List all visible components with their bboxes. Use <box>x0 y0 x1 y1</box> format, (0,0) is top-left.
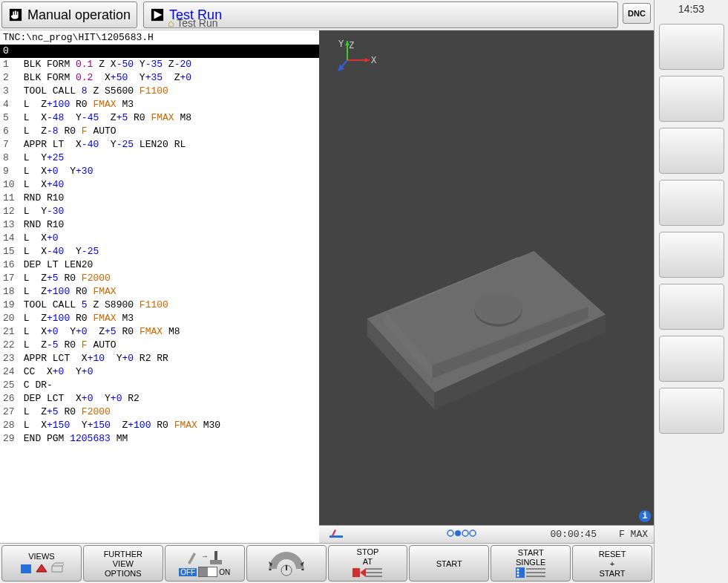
side-softkey-2[interactable] <box>659 76 724 122</box>
stop-at-icon <box>352 567 382 580</box>
svg-point-37 <box>517 574 519 576</box>
viewport-status-bar: 00:00:45 F MAX i <box>319 525 654 543</box>
side-softkey-1[interactable] <box>659 24 724 70</box>
nc-code-pane: TNC:\nc_prog\HIT\1205683.H 0 BEGIN PGM 1… <box>0 30 319 543</box>
dial-icon <box>266 548 307 579</box>
softkey-bar: VIEWS FURTHER VIEW OPTIONS → <box>0 543 654 583</box>
code-line[interactable]: 0 BEGIN PGM 1205683 MM <box>0 45 319 58</box>
softkey-stop-at[interactable]: STOP AT <box>328 545 408 582</box>
tool-measure-icon[interactable] <box>329 528 343 541</box>
svg-point-18 <box>474 292 522 324</box>
softkey-tool-sim-toggle[interactable]: → OFF ON <box>165 545 245 582</box>
code-line[interactable]: 22 L Z-5 R0 F AUTO <box>0 339 319 352</box>
code-line[interactable]: 26 DEP LCT X+0 Y+0 R2 <box>0 392 319 406</box>
svg-point-35 <box>517 568 519 570</box>
side-softkey-3[interactable] <box>659 128 724 174</box>
mode-test-run[interactable]: Test Run ⌂ Test Run <box>143 1 618 28</box>
softkey-views[interactable]: VIEWS <box>1 545 82 582</box>
code-line[interactable]: 27 L Z+5 R0 F2000 <box>0 406 319 419</box>
code-line[interactable]: 25 C DR- <box>0 379 319 392</box>
svg-point-36 <box>517 571 519 573</box>
svg-rect-24 <box>21 564 31 573</box>
code-line[interactable]: 1 BLK FORM 0.1 Z X-50 Y-35 Z-20 <box>0 58 319 71</box>
code-line[interactable]: 16 DEP LT LEN20 <box>0 258 319 272</box>
code-line[interactable]: 9 L X+0 Y+30 <box>0 165 319 178</box>
code-line[interactable]: 23 APPR LCT X+10 Y+0 R2 RR <box>0 352 319 365</box>
sim-time: 00:00:45 <box>551 529 597 540</box>
top-bar: Manual operation Test Run ⌂ Test Run DNC <box>0 0 654 30</box>
side-softkey-4[interactable] <box>659 180 724 226</box>
sim-feed: F MAX <box>619 529 648 540</box>
code-line[interactable]: 24 CC X+0 Y+0 <box>0 365 319 379</box>
softkey-start[interactable]: START <box>409 545 489 582</box>
simulation-viewport[interactable]: X Y Z <box>319 30 654 543</box>
softkey-speed-dial[interactable] <box>246 545 327 582</box>
code-line[interactable]: 11 RND R10 <box>0 192 319 205</box>
right-sidebar: 14:53 <box>654 0 728 583</box>
side-softkey-8[interactable] <box>659 388 724 434</box>
code-line[interactable]: 8 L Y+25 <box>0 152 319 165</box>
side-softkey-6[interactable] <box>659 284 724 330</box>
code-line[interactable]: 28 L X+150 Y+150 Z+100 R0 FMAX M30 <box>0 419 319 432</box>
svg-rect-30 <box>352 568 360 577</box>
svg-text:Z: Z <box>349 40 354 51</box>
code-line[interactable]: 14 L X+0 <box>0 232 319 245</box>
svg-point-21 <box>455 530 461 536</box>
svg-rect-19 <box>329 535 343 538</box>
side-softkey-7[interactable] <box>659 336 724 382</box>
view-dots-icon[interactable] <box>447 529 476 540</box>
code-line[interactable]: 10 L X+40 <box>0 178 319 192</box>
code-line[interactable]: 3 TOOL CALL 8 Z S5600 F1100 <box>0 85 319 98</box>
code-line[interactable]: 18 L Z+100 R0 FMAX <box>0 285 319 299</box>
machined-part-render <box>359 179 614 426</box>
axis-gizmo-icon: X Y Z <box>332 38 377 82</box>
code-line[interactable]: 17 L Z+5 R0 F2000 <box>0 272 319 285</box>
start-single-icon <box>516 567 545 579</box>
svg-point-23 <box>470 530 476 536</box>
svg-text:Y: Y <box>338 39 344 49</box>
svg-rect-27 <box>214 551 217 560</box>
code-line[interactable]: 29 END PGM 1205683 MM <box>0 432 319 446</box>
hand-icon <box>8 7 23 22</box>
code-line[interactable]: 19 TOOL CALL 5 Z S8900 F1100 <box>0 299 319 312</box>
mode-label: Manual operation <box>27 7 131 23</box>
svg-text:X: X <box>371 55 377 65</box>
tool-sim-icon: → <box>186 550 223 566</box>
side-softkey-5[interactable] <box>659 232 724 278</box>
code-line[interactable]: 21 L X+0 Y+0 Z+5 R0 FMAX M8 <box>0 325 319 339</box>
code-line[interactable]: 2 BLK FORM 0.2 X+50 Y+35 Z+0 <box>0 71 319 85</box>
run-icon <box>150 7 165 22</box>
code-listing[interactable]: 0 BEGIN PGM 1205683 MM1 BLK FORM 0.1 Z X… <box>0 45 319 543</box>
secondary-subtitle: ⌂ Test Run <box>168 17 217 29</box>
code-line[interactable]: 13 RND R10 <box>0 218 319 232</box>
code-line[interactable]: 4 L Z+100 R0 FMAX M3 <box>0 98 319 111</box>
mode-manual-operation[interactable]: Manual operation <box>1 1 137 28</box>
softkey-further-view-options[interactable]: FURTHER VIEW OPTIONS <box>83 545 163 582</box>
svg-point-22 <box>462 530 468 536</box>
code-line[interactable]: 12 L Y-30 <box>0 205 319 218</box>
code-line[interactable]: 7 APPR LT X-40 Y-25 LEN20 RL <box>0 138 319 152</box>
svg-point-20 <box>447 530 453 536</box>
code-line[interactable]: 15 L X-40 Y-25 <box>0 245 319 258</box>
clock: 14:53 <box>655 0 728 21</box>
dnc-button[interactable]: DNC <box>623 3 651 24</box>
program-path: TNC:\nc_prog\HIT\1205683.H <box>0 30 319 45</box>
code-line[interactable]: 6 L Z-8 R0 F AUTO <box>0 125 319 138</box>
info-icon[interactable]: i <box>639 510 651 522</box>
softkey-reset-start[interactable]: RESET + START <box>572 545 652 582</box>
softkey-start-single[interactable]: START SINGLE <box>491 545 571 582</box>
svg-text:→: → <box>201 552 209 560</box>
svg-rect-26 <box>210 560 222 564</box>
code-line[interactable]: 5 L X-48 Y-45 Z+5 R0 FMAX M8 <box>0 111 319 125</box>
views-icons <box>19 561 64 575</box>
svg-marker-3 <box>365 58 370 62</box>
code-line[interactable]: 20 L Z+100 R0 FMAX M3 <box>0 312 319 325</box>
